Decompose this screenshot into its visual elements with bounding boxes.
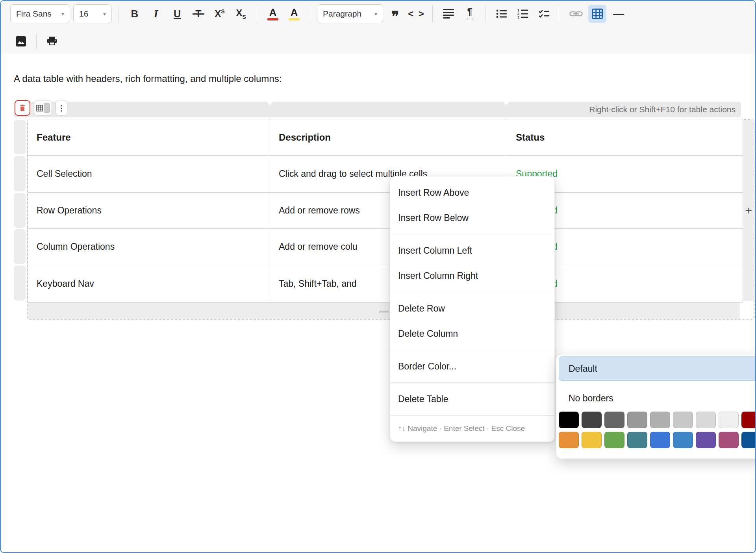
border-color-swatch[interactable] bbox=[673, 432, 693, 448]
menu-item-insert-column-right[interactable]: Insert Column Right bbox=[390, 263, 554, 288]
border-color-swatch[interactable] bbox=[696, 432, 716, 448]
add-column-strip[interactable]: + bbox=[743, 120, 754, 301]
toolbar-row-1: Fira Sans ▾ 16 ▾ B I U T XS XS A bbox=[10, 4, 628, 24]
column-resize-notch[interactable] bbox=[266, 98, 273, 105]
align-left-icon bbox=[443, 9, 454, 19]
table-row: Keyboard Nav Tab, Shift+Tab, and Support… bbox=[28, 265, 743, 302]
border-color-swatch[interactable] bbox=[627, 432, 647, 448]
header-cell[interactable]: Feature bbox=[28, 119, 270, 156]
text-color-button[interactable]: A bbox=[264, 5, 282, 23]
print-button[interactable] bbox=[43, 32, 61, 50]
insert-image-button[interactable] bbox=[12, 32, 30, 50]
paragraph-direction-icon: ¶ →→ bbox=[465, 7, 475, 20]
strikethrough-button[interactable]: T bbox=[189, 5, 208, 23]
table-button[interactable] bbox=[588, 5, 606, 23]
table-row: Row Operations Add or remove rows Suppor… bbox=[28, 193, 743, 229]
link-button[interactable] bbox=[567, 5, 585, 23]
font-size-select[interactable]: 16 ▾ bbox=[73, 4, 112, 23]
submenu-item-no-borders[interactable]: No borders bbox=[556, 386, 756, 410]
border-color-swatch[interactable] bbox=[741, 412, 756, 428]
row-handle[interactable] bbox=[14, 229, 26, 264]
menu-group-delete: Delete Row Delete Column bbox=[390, 292, 554, 350]
row-handle[interactable] bbox=[14, 120, 26, 154]
submenu-item-default[interactable]: Default bbox=[559, 356, 756, 381]
menu-item-insert-row-below[interactable]: Insert Row Below bbox=[390, 205, 554, 230]
menu-item-delete-row[interactable]: Delete Row bbox=[390, 296, 554, 321]
intro-paragraph[interactable]: A data table with headers, rich formatti… bbox=[14, 73, 282, 84]
border-color-swatch[interactable] bbox=[650, 412, 670, 428]
underline-button[interactable]: U bbox=[168, 5, 186, 23]
border-color-palette bbox=[559, 412, 756, 448]
menu-group-rows: Insert Row Above Insert Row Below bbox=[390, 176, 554, 234]
table-handle-button[interactable] bbox=[34, 100, 52, 116]
italic-icon: I bbox=[154, 7, 158, 20]
block-type-select[interactable]: Paragraph ▾ bbox=[317, 4, 383, 23]
table-actions-bar: ⋮ Right-click or Shift+F10 for table act… bbox=[14, 102, 741, 117]
italic-button[interactable]: I bbox=[147, 5, 165, 23]
border-color-swatch[interactable] bbox=[673, 412, 693, 428]
border-color-swatch[interactable] bbox=[719, 432, 739, 448]
feature-cell[interactable]: Cell Selection bbox=[28, 156, 270, 193]
menu-item-insert-column-left[interactable]: Insert Column Left bbox=[390, 238, 554, 263]
block-type-value: Paragraph bbox=[323, 9, 361, 19]
menu-item-border-color[interactable]: Border Color... bbox=[390, 354, 554, 379]
horizontal-rule-button[interactable]: — bbox=[610, 5, 628, 23]
row-handle[interactable] bbox=[14, 193, 26, 228]
delete-table-button[interactable] bbox=[15, 100, 30, 116]
chevron-down-icon: ▾ bbox=[52, 11, 64, 17]
table-grid-icon bbox=[36, 105, 43, 111]
chevron-down-icon: ▾ bbox=[365, 11, 377, 17]
check-list-icon bbox=[538, 9, 550, 18]
highlight-color-button[interactable]: A bbox=[285, 5, 303, 23]
ordered-list-button[interactable]: 1 2 3 bbox=[514, 5, 532, 23]
feature-cell[interactable]: Row Operations bbox=[28, 193, 270, 229]
border-color-swatch[interactable] bbox=[559, 432, 579, 448]
border-color-swatch[interactable] bbox=[741, 432, 756, 448]
print-icon bbox=[46, 36, 57, 46]
subscript-icon: XS bbox=[236, 7, 246, 20]
border-color-swatch[interactable] bbox=[627, 412, 647, 428]
table-menu-button[interactable]: ⋮ bbox=[56, 100, 67, 116]
link-icon bbox=[569, 10, 583, 17]
column-resize-notch[interactable] bbox=[502, 98, 510, 105]
feature-cell[interactable]: Column Operations bbox=[28, 229, 270, 265]
bullet-list-button[interactable] bbox=[493, 5, 511, 23]
highlight-bar bbox=[289, 18, 300, 20]
blockquote-button[interactable]: ❞ bbox=[386, 2, 404, 26]
superscript-button[interactable]: XS bbox=[211, 5, 229, 23]
toolbar-separator bbox=[432, 5, 433, 22]
text-direction-button[interactable]: ¶ →→ bbox=[461, 5, 479, 23]
image-icon bbox=[15, 36, 26, 47]
subscript-button[interactable]: XS bbox=[232, 5, 250, 23]
border-color-swatch[interactable] bbox=[604, 412, 624, 428]
feature-cell[interactable]: Keyboard Nav bbox=[28, 265, 270, 302]
menu-group-columns: Insert Column Left Insert Column Right bbox=[390, 234, 554, 292]
row-handle[interactable] bbox=[14, 156, 26, 191]
header-cell[interactable]: Status bbox=[507, 119, 743, 156]
kebab-icon: ⋮ bbox=[58, 104, 65, 113]
border-color-swatch[interactable] bbox=[582, 412, 602, 428]
table-icon bbox=[591, 8, 603, 20]
font-family-select[interactable]: Fira Sans ▾ bbox=[10, 4, 70, 23]
border-color-submenu: Default No borders bbox=[556, 354, 756, 459]
add-row-strip[interactable]: — bbox=[28, 302, 740, 319]
menu-item-delete-table[interactable]: Delete Table bbox=[390, 386, 554, 412]
code-button[interactable]: < > bbox=[408, 5, 426, 23]
check-list-button[interactable] bbox=[535, 5, 553, 23]
bold-button[interactable]: B bbox=[126, 5, 144, 23]
menu-group-table: Delete Table bbox=[390, 382, 554, 415]
editor-page: Fira Sans ▾ 16 ▾ B I U T XS XS A bbox=[0, 0, 756, 553]
main-toolbar: Fira Sans ▾ 16 ▾ B I U T XS XS A bbox=[1, 1, 755, 54]
header-cell[interactable]: Description bbox=[270, 119, 507, 156]
toolbar-separator bbox=[560, 5, 560, 22]
border-color-swatch[interactable] bbox=[650, 432, 670, 448]
border-color-swatch[interactable] bbox=[719, 412, 739, 428]
border-color-swatch[interactable] bbox=[604, 432, 624, 448]
align-button[interactable] bbox=[439, 5, 458, 23]
border-color-swatch[interactable] bbox=[582, 432, 602, 448]
border-color-swatch[interactable] bbox=[559, 412, 579, 428]
menu-item-insert-row-above[interactable]: Insert Row Above bbox=[390, 180, 554, 205]
menu-item-delete-column[interactable]: Delete Column bbox=[390, 321, 554, 346]
row-handle[interactable] bbox=[14, 265, 26, 301]
border-color-swatch[interactable] bbox=[696, 412, 716, 428]
